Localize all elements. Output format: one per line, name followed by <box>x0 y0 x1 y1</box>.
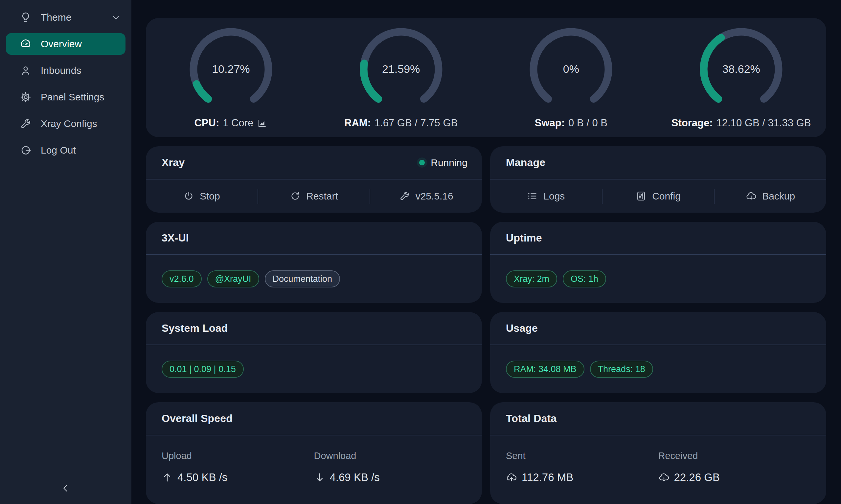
logout-icon <box>20 144 32 156</box>
manage-actions: Logs Config Backup <box>490 179 826 213</box>
xray-status-badge: Running <box>419 157 467 168</box>
sidebar-item-theme[interactable]: Theme <box>6 6 125 28</box>
overall-speed-card-header: Overall Speed <box>146 402 482 435</box>
total-data-card-header: Total Data <box>490 402 826 435</box>
cloud-download-icon <box>658 472 670 483</box>
restart-icon <box>290 191 301 201</box>
restart-button[interactable]: Restart <box>258 179 370 213</box>
card-title: 3X-UI <box>161 232 189 244</box>
storage-gauge-label: Storage: 12.10 GB / 31.33 GB <box>671 117 811 129</box>
xray-version-button[interactable]: v25.5.16 <box>370 179 482 213</box>
system-load-tags: 0.01 | 0.09 | 0.15 <box>146 345 482 393</box>
area-chart-icon[interactable] <box>257 118 268 128</box>
sidebar-item-label: Overview <box>41 38 82 50</box>
ram-gauge-value: 21.59% <box>358 26 444 112</box>
dashboard-gauge-icon <box>20 38 32 50</box>
chevron-down-icon <box>111 13 121 22</box>
documentation-link-tag[interactable]: Documentation <box>265 270 340 287</box>
bulb-icon <box>20 12 32 23</box>
sidebar-item-label: Xray Configs <box>41 118 97 129</box>
sidebar-item-panel-settings[interactable]: Panel Settings <box>6 86 125 108</box>
os-uptime-tag: OS: 1h <box>563 270 606 287</box>
xray-status-text: Running <box>431 157 467 168</box>
sidebar-item-label: Theme <box>41 12 71 23</box>
gauge-swap: 0% Swap: 0 B / 0 B <box>486 18 656 137</box>
system-gauges-card: 10.27% CPU: 1 Core 21.59% RAM: 1.67 GB /… <box>146 18 826 137</box>
cpu-gauge-value: 10.27% <box>188 26 274 112</box>
cpu-gauge-label: CPU: 1 Core <box>194 117 268 129</box>
overall-speed-stats: Upload 4.50 KB /s Download 4.69 K <box>146 435 482 484</box>
cloud-download-icon <box>746 191 757 201</box>
sidebar-item-overview[interactable]: Overview <box>6 33 125 55</box>
total-data-stats: Sent 112.76 MB Received 22.26 GB <box>490 435 826 484</box>
ram-gauge-label: RAM: 1.67 GB / 7.75 GB <box>344 117 458 129</box>
version-tag[interactable]: v2.6.0 <box>161 270 202 287</box>
arrow-up-icon <box>161 472 173 483</box>
gear-icon <box>20 91 32 103</box>
wrench-icon <box>399 191 410 201</box>
usage-card: Usage RAM: 34.08 MB Threads: 18 <box>490 312 826 393</box>
card-title: Overall Speed <box>161 412 233 425</box>
sidebar-item-label: Panel Settings <box>41 92 104 103</box>
cards-grid: Xray Running Stop Res <box>146 146 826 504</box>
card-title: System Load <box>161 322 228 335</box>
upload-stat: Upload 4.50 KB /s <box>161 451 314 484</box>
xray-uptime-tag: Xray: 2m <box>506 270 557 287</box>
storage-gauge-value: 38.62% <box>699 26 784 112</box>
sidebar-item-label: Inbounds <box>41 65 81 76</box>
sent-value: 112.76 MB <box>506 471 658 484</box>
sidebar-collapse-button[interactable] <box>58 481 73 496</box>
upload-label: Upload <box>161 451 314 461</box>
sidebar: Theme Overview Inbounds Panel Settings X… <box>0 0 132 504</box>
gauge-ram: 21.59% RAM: 1.67 GB / 7.75 GB <box>316 18 486 137</box>
card-title: Usage <box>506 322 538 335</box>
chevron-left-icon <box>61 483 71 493</box>
swap-gauge-value: 0% <box>528 26 614 112</box>
manage-card: Manage Logs Config <box>490 146 826 213</box>
usage-tags: RAM: 34.08 MB Threads: 18 <box>490 345 826 393</box>
xray-card: Xray Running Stop Res <box>146 146 482 213</box>
received-stat: Received 22.26 GB <box>658 451 811 484</box>
sidebar-item-xray-configs[interactable]: Xray Configs <box>6 113 125 134</box>
list-icon <box>527 191 538 201</box>
received-value: 22.26 GB <box>658 471 811 484</box>
swap-gauge-label: Swap: 0 B / 0 B <box>535 117 607 129</box>
overall-speed-card: Overall Speed Upload 4.50 KB /s Download <box>146 402 482 504</box>
download-label: Download <box>314 451 466 461</box>
uptime-card: Uptime Xray: 2m OS: 1h <box>490 222 826 303</box>
xui-tags: v2.6.0 @XrayUI Documentation <box>146 255 482 303</box>
backup-button[interactable]: Backup <box>715 179 826 213</box>
sent-label: Sent <box>506 451 658 461</box>
card-title: Manage <box>506 157 545 169</box>
wrench-icon <box>20 118 32 130</box>
xui-card-header: 3X-UI <box>146 222 482 255</box>
load-average-tag: 0.01 | 0.09 | 0.15 <box>161 361 244 378</box>
system-load-card-header: System Load <box>146 312 482 345</box>
manage-card-header: Manage <box>490 146 826 179</box>
usage-card-header: Usage <box>490 312 826 345</box>
received-label: Received <box>658 451 811 461</box>
card-title: Xray <box>161 157 185 169</box>
gauge-storage: 38.62% Storage: 12.10 GB / 31.33 GB <box>656 18 826 137</box>
xrayui-link-tag[interactable]: @XrayUI <box>207 270 259 287</box>
logs-button[interactable]: Logs <box>490 179 602 213</box>
cloud-upload-icon <box>506 472 517 483</box>
download-value: 4.69 KB /s <box>314 471 466 484</box>
download-stat: Download 4.69 KB /s <box>314 451 466 484</box>
system-load-card: System Load 0.01 | 0.09 | 0.15 <box>146 312 482 393</box>
ram-usage-tag: RAM: 34.08 MB <box>506 361 584 378</box>
arrow-down-icon <box>314 472 325 483</box>
config-button[interactable]: Config <box>602 179 714 213</box>
sidebar-item-inbounds[interactable]: Inbounds <box>6 60 125 82</box>
xray-card-header: Xray Running <box>146 146 482 179</box>
total-data-card: Total Data Sent 112.76 MB Received <box>490 402 826 504</box>
main-content: 10.27% CPU: 1 Core 21.59% RAM: 1.67 GB /… <box>132 0 841 504</box>
stop-button[interactable]: Stop <box>146 179 258 213</box>
card-title: Uptime <box>506 232 542 244</box>
uptime-tags: Xray: 2m OS: 1h <box>490 255 826 303</box>
sidebar-item-label: Log Out <box>41 145 76 156</box>
xray-actions: Stop Restart v25.5.16 <box>146 179 482 213</box>
uptime-card-header: Uptime <box>490 222 826 255</box>
xui-card: 3X-UI v2.6.0 @XrayUI Documentation <box>146 222 482 303</box>
sidebar-item-log-out[interactable]: Log Out <box>6 140 125 161</box>
